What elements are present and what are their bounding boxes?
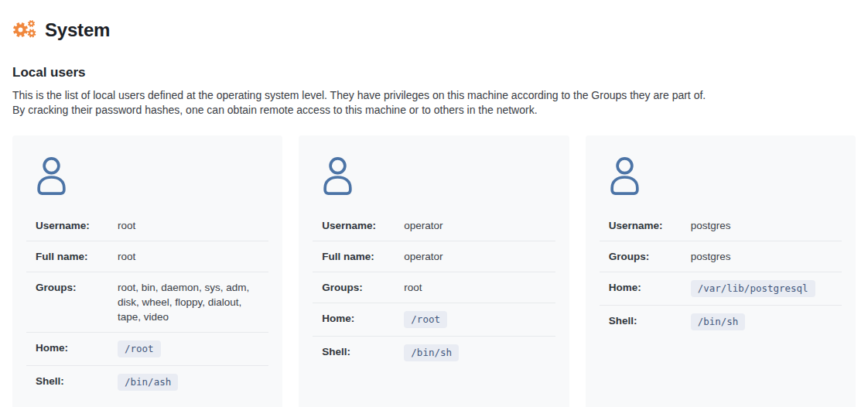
field-value: postgres [691, 249, 842, 264]
field-value: root, bin, daemon, sys, adm, disk, wheel… [118, 280, 268, 324]
person-icon [607, 156, 642, 196]
field-label: Full name: [322, 249, 404, 264]
field-value: operator [404, 218, 555, 233]
field-label: Full name: [36, 249, 118, 264]
field-label: Shell: [322, 344, 404, 359]
table-row: Username: postgres [600, 210, 842, 241]
page-header: System [12, 19, 856, 41]
field-value: operator [404, 249, 555, 264]
field-value: /root [404, 311, 555, 328]
code-badge: /bin/sh [404, 344, 459, 361]
person-icon [320, 156, 355, 196]
system-page: System Local users This is the list of l… [0, 0, 868, 407]
user-card-postgres: Username: postgres Groups: postgres Home… [586, 135, 856, 407]
user-card-operator: Username: operator Full name: operator G… [299, 135, 569, 407]
field-label: Home: [322, 311, 404, 326]
field-label: Username: [322, 218, 404, 233]
table-row: Shell: /bin/sh [600, 305, 842, 338]
table-row: Groups: root [313, 272, 555, 303]
field-value: root [118, 249, 268, 264]
table-row: Home: /var/lib/postgresql [600, 272, 842, 305]
user-detail-rows: Username: root Full name: root Groups: r… [26, 210, 268, 398]
gears-icon [12, 19, 36, 41]
user-detail-rows: Username: operator Full name: operator G… [313, 210, 555, 369]
user-detail-rows: Username: postgres Groups: postgres Home… [600, 210, 842, 338]
table-row: Shell: /bin/sh [313, 336, 555, 369]
description-line: This is the list of local users defined … [12, 88, 856, 103]
field-label: Shell: [36, 374, 118, 388]
field-label: Home: [36, 340, 118, 355]
table-row: Groups: postgres [600, 241, 842, 272]
page-title: System [45, 19, 110, 41]
table-row: Full name: operator [313, 241, 555, 272]
table-row: Groups: root, bin, daemon, sys, adm, dis… [26, 272, 268, 332]
field-label: Home: [609, 280, 691, 295]
field-value: /var/lib/postgresql [691, 280, 842, 297]
field-label: Username: [36, 218, 118, 233]
field-value: /bin/ash [118, 374, 268, 391]
code-badge: /root [404, 311, 447, 328]
field-value: /root [118, 340, 268, 357]
field-value: postgres [691, 218, 842, 233]
code-badge: /root [118, 340, 161, 357]
code-badge: /bin/ash [118, 374, 178, 391]
user-card-root: Username: root Full name: root Groups: r… [12, 135, 282, 407]
field-label: Groups: [609, 249, 691, 264]
field-label: Username: [609, 218, 691, 233]
field-label: Shell: [609, 313, 691, 328]
code-badge: /var/lib/postgresql [691, 280, 815, 297]
table-row: Shell: /bin/ash [26, 365, 268, 398]
field-label: Groups: [36, 280, 118, 295]
section-heading: Local users [12, 65, 856, 80]
code-badge: /bin/sh [691, 313, 746, 330]
user-cards: Username: root Full name: root Groups: r… [12, 135, 856, 407]
table-row: Full name: root [26, 241, 268, 272]
table-row: Username: root [26, 210, 268, 241]
description-line: By cracking their password hashes, one c… [12, 103, 856, 118]
field-value: root [404, 280, 555, 295]
field-label: Groups: [322, 280, 404, 295]
field-value: root [118, 218, 268, 233]
table-row: Home: /root [26, 332, 268, 365]
table-row: Home: /root [313, 303, 555, 336]
table-row: Username: operator [313, 210, 555, 241]
section-description: This is the list of local users defined … [12, 88, 856, 118]
field-value: /bin/sh [404, 344, 555, 361]
field-value: /bin/sh [691, 313, 842, 330]
person-icon [34, 156, 69, 196]
